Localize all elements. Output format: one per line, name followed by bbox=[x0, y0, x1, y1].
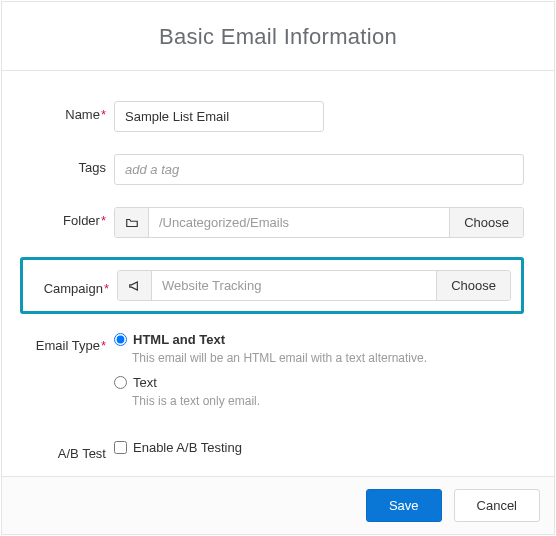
campaign-label: Campaign* bbox=[23, 275, 117, 296]
abtest-row: A/B Test Enable A/B Testing bbox=[32, 440, 524, 461]
folder-icon bbox=[115, 208, 149, 237]
email-type-html-radio[interactable] bbox=[114, 333, 127, 346]
abtest-option[interactable]: Enable A/B Testing bbox=[114, 440, 524, 455]
email-type-text-desc: This is a text only email. bbox=[132, 394, 524, 408]
folder-input-group: /Uncategorized/Emails Choose bbox=[114, 207, 524, 238]
cancel-button[interactable]: Cancel bbox=[454, 489, 540, 522]
abtest-checkbox[interactable] bbox=[114, 441, 127, 454]
tags-row: Tags bbox=[32, 154, 524, 185]
abtest-label: A/B Test bbox=[32, 440, 114, 461]
tags-input[interactable] bbox=[114, 154, 524, 185]
email-type-row: Email Type* HTML and Text This email wil… bbox=[32, 332, 524, 418]
email-type-text-radio[interactable] bbox=[114, 376, 127, 389]
email-type-label: Email Type* bbox=[32, 332, 114, 353]
folder-row: Folder* /Uncategorized/Emails Choose bbox=[32, 207, 524, 238]
campaign-row-highlighted: Campaign* Website Tracking Choose bbox=[20, 257, 524, 314]
folder-choose-button[interactable]: Choose bbox=[449, 208, 523, 237]
name-input[interactable] bbox=[114, 101, 324, 132]
email-type-html-label[interactable]: HTML and Text bbox=[133, 332, 225, 347]
campaign-icon bbox=[118, 271, 152, 300]
page-title: Basic Email Information bbox=[2, 24, 554, 50]
name-label: Name* bbox=[32, 101, 114, 122]
email-type-html-option[interactable]: HTML and Text bbox=[114, 332, 524, 347]
folder-label: Folder* bbox=[32, 207, 114, 228]
email-type-text-option[interactable]: Text bbox=[114, 375, 524, 390]
folder-path-display: /Uncategorized/Emails bbox=[149, 208, 449, 237]
name-row: Name* bbox=[32, 101, 524, 132]
campaign-input-group: Website Tracking Choose bbox=[117, 270, 511, 301]
basic-email-info-panel: Basic Email Information Name* Tags Folde… bbox=[1, 1, 555, 535]
abtest-checkbox-label[interactable]: Enable A/B Testing bbox=[133, 440, 242, 455]
email-type-text-label[interactable]: Text bbox=[133, 375, 157, 390]
tags-label: Tags bbox=[32, 154, 114, 175]
campaign-value-display: Website Tracking bbox=[152, 271, 436, 300]
email-type-html-desc: This email will be an HTML email with a … bbox=[132, 351, 524, 365]
panel-header: Basic Email Information bbox=[2, 2, 554, 71]
save-button[interactable]: Save bbox=[366, 489, 442, 522]
form-body: Name* Tags Folder* /Uncategorized/Emails… bbox=[2, 71, 554, 461]
footer-actions: Save Cancel bbox=[2, 476, 554, 534]
campaign-choose-button[interactable]: Choose bbox=[436, 271, 510, 300]
